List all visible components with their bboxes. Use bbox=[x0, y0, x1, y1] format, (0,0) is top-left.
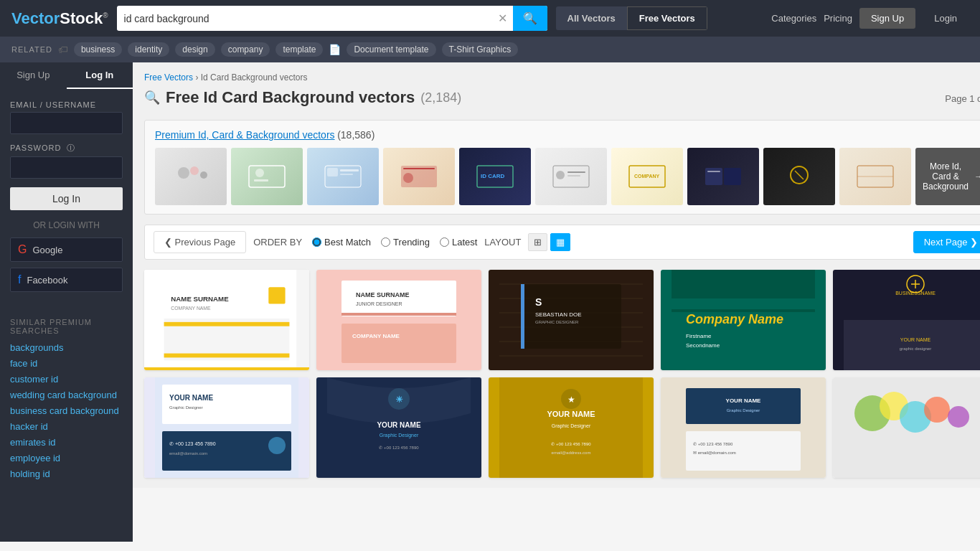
login-button[interactable]: Login bbox=[923, 8, 969, 29]
premium-thumb-1[interactable] bbox=[155, 148, 227, 205]
related-tag-company[interactable]: company bbox=[221, 42, 270, 57]
similar-link-employee[interactable]: employee id bbox=[10, 453, 123, 463]
svg-text:Firstname: Firstname bbox=[686, 333, 712, 339]
result-count: (2,184) bbox=[420, 90, 461, 105]
breadcrumb-home[interactable]: Free Vectors bbox=[144, 72, 193, 83]
tab-signup[interactable]: Sign Up bbox=[0, 62, 67, 89]
categories-link[interactable]: Categories bbox=[771, 13, 816, 24]
related-tag-document[interactable]: Document template bbox=[347, 42, 435, 57]
google-login-button[interactable]: G Google bbox=[10, 237, 123, 262]
order-best-match[interactable]: Best Match bbox=[312, 237, 371, 248]
email-input[interactable] bbox=[10, 112, 123, 134]
search-button[interactable]: 🔍 bbox=[513, 6, 547, 31]
premium-thumb-5[interactable]: ID CARD bbox=[459, 148, 531, 205]
image-card-6[interactable]: YOUR NAME Graphic Designer ✆ +00 123 456… bbox=[144, 377, 309, 478]
password-help-icon: ⓘ bbox=[67, 143, 75, 152]
content: Free Vectors › Id Card Background vector… bbox=[133, 62, 980, 488]
image-card-8[interactable]: YOUR NAME Graphic Designer ★ ✆ +00 123 4… bbox=[489, 377, 654, 478]
password-input[interactable] bbox=[10, 156, 123, 179]
svg-text:✉ email@domain.com: ✉ email@domain.com bbox=[693, 451, 736, 455]
svg-text:YOUR NAME: YOUR NAME bbox=[726, 397, 762, 404]
similar-link-holding[interactable]: holding id bbox=[10, 468, 123, 479]
similar-link-customer-id[interactable]: customer id bbox=[10, 374, 123, 385]
similar-link-wedding[interactable]: wedding card background bbox=[10, 390, 123, 400]
premium-thumb-6[interactable] bbox=[535, 148, 607, 205]
order-by-label: ORDER BY bbox=[253, 237, 302, 248]
premium-thumb-10[interactable] bbox=[839, 148, 911, 205]
search-input[interactable] bbox=[117, 7, 492, 30]
premium-link[interactable]: Premium Id, Card & Background vectors bbox=[155, 129, 335, 141]
svg-rect-56 bbox=[672, 270, 815, 298]
related-tag-template[interactable]: template bbox=[275, 42, 323, 57]
image-card-5[interactable]: BUSINESSNAME YOUR NAME graphic designer bbox=[833, 270, 980, 370]
svg-rect-38 bbox=[341, 324, 456, 363]
tab-login[interactable]: Log In bbox=[67, 62, 133, 89]
card-image-9: YOUR NAME Graphic Designer ✆ +00 123 456… bbox=[661, 377, 826, 478]
svg-rect-22 bbox=[724, 168, 741, 185]
image-card-9[interactable]: YOUR NAME Graphic Designer ✆ +00 123 456… bbox=[661, 377, 826, 478]
signup-button[interactable]: Sign Up bbox=[859, 8, 915, 29]
svg-rect-7 bbox=[327, 168, 338, 176]
premium-thumb-8[interactable] bbox=[687, 148, 759, 205]
pricing-link[interactable]: Pricing bbox=[824, 13, 852, 24]
similar-link-backgrounds[interactable]: backgrounds bbox=[10, 342, 123, 353]
card-image-10 bbox=[833, 377, 980, 478]
premium-strip: Premium Id, Card & Background vectors (1… bbox=[144, 120, 980, 215]
all-vectors-button[interactable]: All Vectors bbox=[556, 6, 627, 30]
svg-text:Company Name: Company Name bbox=[686, 312, 783, 326]
image-card-4[interactable]: Company Name Firstname Secondname bbox=[661, 270, 826, 370]
more-id-card-button[interactable]: More Id, Card & Background → bbox=[915, 148, 980, 205]
svg-text:✆ +00 123 456 7890: ✆ +00 123 456 7890 bbox=[693, 442, 733, 446]
related-tag-design[interactable]: design bbox=[175, 42, 215, 57]
prev-page-button[interactable]: ❮ Previous Page bbox=[154, 231, 246, 253]
image-card-7[interactable]: YOUR NAME Graphic Designer ✆ +00 123 456… bbox=[316, 377, 481, 478]
order-latest-radio[interactable] bbox=[440, 237, 449, 247]
similar-link-emirates[interactable]: emirates id bbox=[10, 437, 123, 448]
premium-thumb-3[interactable] bbox=[307, 148, 379, 205]
search-clear-button[interactable]: ✕ bbox=[492, 11, 513, 25]
svg-text:☀: ☀ bbox=[395, 395, 403, 405]
search-bar: ✕ 🔍 bbox=[117, 6, 547, 31]
facebook-login-button[interactable]: f Facebook bbox=[10, 268, 123, 292]
image-card-2[interactable]: NAME SURNAME JUNIOR DESIGNER COMPANY NAM… bbox=[316, 270, 481, 370]
layout-tile-button[interactable]: ▦ bbox=[550, 233, 570, 251]
best-match-label: Best Match bbox=[324, 237, 371, 248]
svg-text:✆ +00 123 456 7890: ✆ +00 123 456 7890 bbox=[169, 441, 216, 446]
card-image-4: Company Name Firstname Secondname bbox=[661, 270, 826, 370]
premium-thumb-9[interactable] bbox=[763, 148, 835, 205]
related-tag-business[interactable]: business bbox=[74, 42, 122, 57]
free-vectors-button[interactable]: Free Vectors bbox=[627, 6, 707, 30]
related-tag-identity[interactable]: identity bbox=[128, 42, 169, 57]
order-latest[interactable]: Latest bbox=[440, 237, 477, 248]
next-page-button[interactable]: Next Page ❯ bbox=[913, 231, 980, 253]
svg-rect-18 bbox=[567, 175, 580, 176]
svg-line-25 bbox=[795, 171, 804, 179]
svg-text:Graphic Designer: Graphic Designer bbox=[552, 423, 591, 429]
similar-link-hacker[interactable]: hacker id bbox=[10, 421, 123, 432]
premium-thumb-7[interactable]: COMPANY bbox=[611, 148, 683, 205]
image-card-3[interactable]: S SEBASTIAN DOE GRAPHIC DESIGNER bbox=[489, 270, 654, 370]
premium-thumb-2[interactable] bbox=[231, 148, 303, 205]
svg-text:NAME SURNAME: NAME SURNAME bbox=[171, 295, 229, 303]
order-trending[interactable]: Trending bbox=[381, 237, 430, 248]
page-info: Page 1 of 22 bbox=[945, 93, 980, 104]
premium-count: (18,586) bbox=[337, 129, 374, 141]
login-submit-button[interactable]: Log In bbox=[10, 187, 123, 210]
svg-point-2 bbox=[200, 171, 207, 179]
similar-link-face-id[interactable]: face id bbox=[10, 358, 123, 369]
similar-link-business-card[interactable]: business card background bbox=[10, 405, 123, 416]
logo[interactable]: VectorVectorStockStock® bbox=[11, 9, 108, 28]
image-card-1[interactable]: NAME SURNAME COMPANY NAME bbox=[144, 270, 309, 370]
order-best-match-radio[interactable] bbox=[312, 237, 321, 247]
premium-thumb-4[interactable] bbox=[383, 148, 455, 205]
image-card-10[interactable] bbox=[833, 377, 980, 478]
search-icon-sm: 🔍 bbox=[144, 90, 160, 105]
header-actions: Categories Pricing Sign Up Login bbox=[771, 8, 969, 29]
svg-text:GRAPHIC DESIGNER: GRAPHIC DESIGNER bbox=[535, 320, 579, 324]
svg-point-16 bbox=[556, 171, 565, 179]
layout-grid-button[interactable]: ⊞ bbox=[528, 233, 547, 251]
related-tag-tshirt[interactable]: T-Shirt Graphics bbox=[442, 42, 519, 57]
order-trending-radio[interactable] bbox=[381, 237, 390, 247]
svg-text:Graphic Designer: Graphic Designer bbox=[169, 405, 203, 410]
svg-rect-8 bbox=[340, 169, 359, 171]
